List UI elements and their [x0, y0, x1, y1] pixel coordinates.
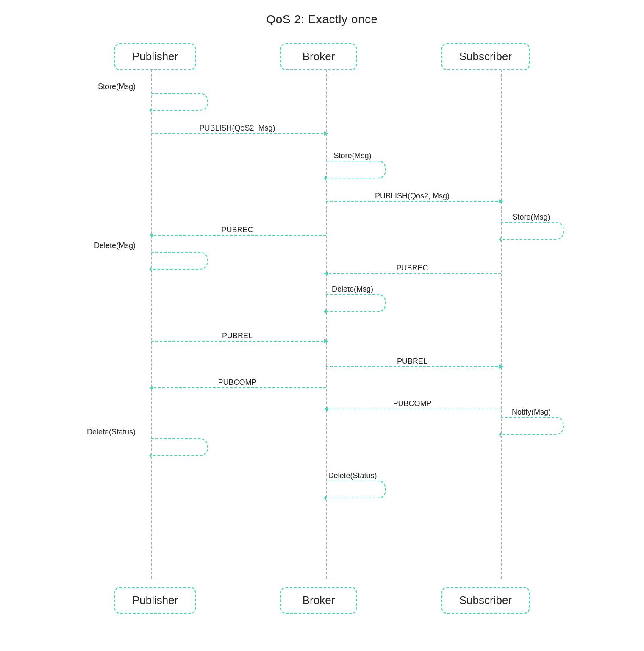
- pubrec-broker-arrow: PUBREC: [324, 264, 501, 275]
- subscriber-bottom: Subscriber: [441, 587, 530, 614]
- svg-marker-20: [324, 407, 328, 411]
- svg-marker-12: [324, 309, 326, 314]
- bottom-actors-row: Publisher Broker Subscriber: [89, 587, 555, 614]
- store-msg-pub-label: Store(Msg): [98, 82, 136, 91]
- pubcomp-pub-label: PUBCOMP: [218, 378, 256, 387]
- svg-marker-14: [324, 339, 328, 343]
- svg-marker-16: [499, 364, 503, 369]
- svg-marker-21: [499, 432, 501, 437]
- pubrec-broker-label: PUBREC: [396, 264, 428, 272]
- delete-status-pub-arrow: Delete(Status): [87, 428, 208, 458]
- delete-msg-pub-label: Delete(Msg): [94, 241, 136, 250]
- store-msg-sub-label: Store(Msg): [512, 213, 550, 221]
- pubcomp-pub-arrow: PUBCOMP: [149, 378, 326, 390]
- subscriber-top: Subscriber: [441, 43, 530, 70]
- delete-status-broker-label: Delete(Status): [328, 471, 377, 480]
- delete-msg-broker-arrow: Delete(Msg): [324, 285, 386, 314]
- svg-marker-11: [324, 271, 328, 275]
- pubrel-pub-label: PUBREL: [222, 331, 253, 340]
- notify-msg-sub-label: Notify(Msg): [512, 408, 551, 416]
- svg-marker-2: [324, 131, 328, 136]
- top-actors-row: Publisher Broker Subscriber: [89, 43, 555, 70]
- pubrec-pub-arrow: PUBREC: [149, 225, 326, 237]
- svg-marker-23: [324, 496, 326, 500]
- pubcomp-broker-label: PUBCOMP: [393, 399, 431, 408]
- store-msg-broker-label: Store(Msg): [333, 151, 371, 160]
- pubrel-broker-arrow: PUBREL: [326, 357, 503, 369]
- svg-marker-18: [149, 386, 153, 390]
- svg-marker-9: [149, 267, 151, 271]
- svg-marker-3: [324, 176, 326, 180]
- diagram-container: QoS 2: Exactly once Publisher Broker Sub…: [89, 13, 555, 640]
- pubrec-pub-label: PUBREC: [221, 225, 253, 234]
- publish-qos2-arrow: PUBLISH(QoS2, Msg): [151, 124, 328, 136]
- store-msg-sub-arrow: Store(Msg): [499, 213, 564, 242]
- delete-msg-pub-arrow: Delete(Msg): [94, 241, 208, 271]
- publish-qos2-sub-label: PUBLISH(Qos2, Msg): [375, 192, 450, 200]
- pubrel-pub-arrow: PUBREL: [151, 331, 328, 343]
- pubcomp-broker-arrow: PUBCOMP: [324, 399, 501, 411]
- arrows-svg: Store(Msg) PUBLISH(QoS2, Msg) Store(Msg)…: [114, 70, 530, 579]
- delete-msg-broker-label: Delete(Msg): [332, 285, 373, 293]
- store-msg-broker-arrow: Store(Msg): [324, 151, 386, 180]
- sequence-area: Store(Msg) PUBLISH(QoS2, Msg) Store(Msg)…: [114, 70, 530, 579]
- broker-bottom: Broker: [280, 587, 357, 614]
- delete-status-pub-label: Delete(Status): [87, 428, 136, 436]
- publisher-top: Publisher: [114, 43, 196, 70]
- svg-marker-5: [499, 199, 503, 203]
- notify-msg-sub-arrow: Notify(Msg): [499, 408, 564, 437]
- svg-marker-22: [149, 453, 151, 458]
- svg-marker-7: [149, 233, 153, 237]
- svg-marker-0: [149, 108, 151, 112]
- diagram-title: QoS 2: Exactly once: [89, 13, 555, 26]
- publisher-bottom: Publisher: [114, 587, 196, 614]
- store-msg-pub-arrow: Store(Msg): [98, 82, 208, 112]
- publish-qos2-sub-arrow: PUBLISH(Qos2, Msg): [326, 192, 503, 203]
- delete-status-broker-arrow: Delete(Status): [324, 471, 386, 500]
- svg-marker-8: [499, 237, 501, 242]
- pubrel-broker-label: PUBREL: [397, 357, 427, 365]
- publish-qos2-label: PUBLISH(QoS2, Msg): [199, 124, 275, 132]
- broker-top: Broker: [280, 43, 357, 70]
